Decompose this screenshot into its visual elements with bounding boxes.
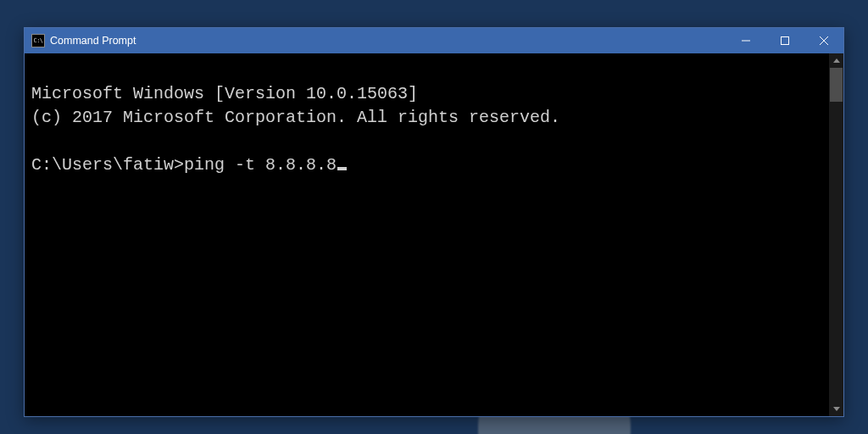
console-prompt-line: C:\Users\fatiw>ping -t 8.8.8.8 xyxy=(31,155,347,175)
maximize-icon xyxy=(781,36,789,45)
chevron-down-icon xyxy=(833,407,840,411)
scroll-thumb[interactable] xyxy=(830,68,843,102)
console-area[interactable]: Microsoft Windows [Version 10.0.15063] (… xyxy=(25,53,843,416)
text-cursor xyxy=(337,167,347,170)
command-prompt-window: C:\ Command Prompt Microsoft Windows [Ve… xyxy=(24,27,844,417)
app-icon: C:\ xyxy=(31,34,45,47)
minimize-icon xyxy=(742,36,750,45)
svg-rect-1 xyxy=(782,37,789,45)
app-icon-glyph: C:\ xyxy=(33,37,42,44)
console-command: ping -t 8.8.8.8 xyxy=(184,155,337,175)
console-line-version: Microsoft Windows [Version 10.0.15063] xyxy=(31,84,418,103)
vertical-scrollbar[interactable] xyxy=(829,53,843,416)
scroll-up-button[interactable] xyxy=(829,53,843,68)
console-prompt: C:\Users\fatiw> xyxy=(31,155,184,175)
close-icon xyxy=(820,36,828,45)
maximize-button[interactable] xyxy=(765,28,804,53)
console-output[interactable]: Microsoft Windows [Version 10.0.15063] (… xyxy=(25,53,829,416)
window-title: Command Prompt xyxy=(50,35,136,47)
titlebar[interactable]: C:\ Command Prompt xyxy=(25,28,843,53)
chevron-up-icon xyxy=(833,58,840,63)
console-line-copyright: (c) 2017 Microsoft Corporation. All righ… xyxy=(31,108,560,127)
close-button[interactable] xyxy=(804,28,843,53)
minimize-button[interactable] xyxy=(726,28,765,53)
scroll-down-button[interactable] xyxy=(829,402,843,416)
